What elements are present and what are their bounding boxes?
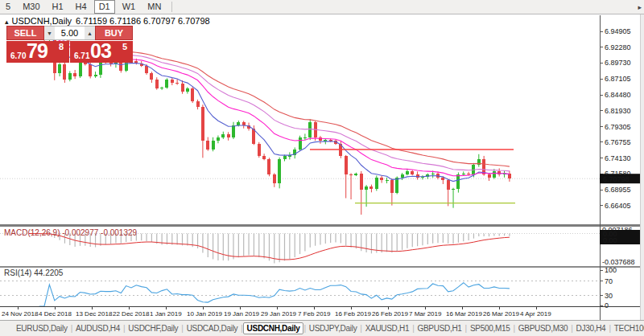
chart-symbol-label: USDCNH,Daily <box>12 16 72 26</box>
one-click-trade-panel: SELL ▼ 5.00 ▲ BUY 6.70 79 8 6.71 03 5 <box>6 26 133 63</box>
svg-text:6.94905: 6.94905 <box>605 27 631 35</box>
volume-input[interactable]: 5.00 <box>55 27 85 39</box>
volume-decrease-button[interactable]: ▼ <box>44 27 55 39</box>
svg-text:19 Jan 2019: 19 Jan 2019 <box>224 310 260 318</box>
svg-text:16 Mar 2019: 16 Mar 2019 <box>446 310 482 318</box>
volume-control: ▼ 5.00 ▲ <box>44 26 95 40</box>
sell-price-display[interactable]: 6.70 79 8 <box>6 41 69 63</box>
svg-text:13 Dec 2018: 13 Dec 2018 <box>76 310 113 318</box>
svg-text:6.92280: 6.92280 <box>605 43 631 51</box>
volume-increase-button[interactable]: ▲ <box>85 27 95 39</box>
symbol-tab-USDCHF-Daily[interactable]: USDCHF,Daily <box>125 323 181 334</box>
sell-price-sup: 8 <box>59 42 64 51</box>
symbol-tab-EURUSD-Daily[interactable]: EURUSD,Daily <box>13 323 71 334</box>
rsi-axis: 10070300 <box>600 266 617 309</box>
svg-text:7 Mar 2019: 7 Mar 2019 <box>409 310 442 318</box>
collapse-panel-icon[interactable]: ▴ <box>5 18 9 26</box>
svg-text:4 Dec 2018: 4 Dec 2018 <box>39 310 72 318</box>
svg-text:70: 70 <box>605 277 613 285</box>
buy-price-prefix: 6.71 <box>74 51 89 60</box>
chart-ohlc-values: 6.71159 6.71186 6.70797 6.70798 <box>76 16 210 26</box>
chart-title: ▴USDCNH,Daily6.71159 6.71186 6.70797 6.7… <box>5 16 210 26</box>
svg-text:6.76755: 6.76755 <box>605 138 631 146</box>
trading-terminal-window: 5M30H1H4D1W1MN 6.949056.922806.897306.87… <box>0 0 644 336</box>
svg-text:29 Jan 2019: 29 Jan 2019 <box>261 310 297 318</box>
macd-indicator-label: MACD(12,26,9) -0.002977 -0.001329 <box>4 228 137 237</box>
svg-text:6.74130: 6.74130 <box>605 154 631 162</box>
svg-text:16 Feb 2019: 16 Feb 2019 <box>335 310 371 318</box>
svg-text:6.68955: 6.68955 <box>605 186 631 194</box>
timeframe-button-5[interactable]: 5 <box>1 0 15 14</box>
timeframe-button-M30[interactable]: M30 <box>18 0 44 14</box>
svg-text:1 Jan 2019: 1 Jan 2019 <box>150 310 182 318</box>
date-axis: 24 Nov 20184 Dec 201813 Dec 201822 Dec 2… <box>0 306 640 318</box>
svg-text:6.81930: 6.81930 <box>605 107 631 115</box>
svg-text:6.87105: 6.87105 <box>605 75 631 83</box>
price-axis: 6.949056.922806.897306.871056.844806.819… <box>600 15 640 320</box>
window-edge-strip <box>640 14 644 320</box>
svg-text:0.00: 0.00 <box>603 236 617 244</box>
svg-text:24 Nov 2018: 24 Nov 2018 <box>2 310 39 318</box>
symbol-tab-GBPUSD-H1[interactable]: GBPUSD,H1 <box>415 323 465 334</box>
symbol-tab-AUDUSD-H4[interactable]: AUDUSD,H4 <box>72 323 123 334</box>
svg-text:6.84480: 6.84480 <box>605 91 631 99</box>
symbol-tab-USDJPY-Daily[interactable]: USDJPY,Daily <box>306 323 361 334</box>
svg-text:10 Jan 2019: 10 Jan 2019 <box>187 310 223 318</box>
rsi-pane <box>0 281 600 307</box>
rsi-line <box>39 283 510 306</box>
buy-price-big: 03 <box>90 39 111 63</box>
svg-text:0: 0 <box>605 301 609 309</box>
sell-price-big: 79 <box>27 39 47 63</box>
symbol-tab-XAUUSD-H1[interactable]: XAUUSD,H1 <box>362 323 413 334</box>
timeframe-toolbar: 5M30H1H4D1W1MN <box>0 0 644 14</box>
pane-splitter-rsi[interactable] <box>0 266 640 268</box>
timeframe-button-H1[interactable]: H1 <box>47 0 68 14</box>
svg-text:22 Dec 2018: 22 Dec 2018 <box>113 310 150 318</box>
macd-pane <box>0 234 600 264</box>
rsi-indicator-label: RSI(14) 44.2205 <box>4 268 63 277</box>
timeframe-button-W1[interactable]: W1 <box>118 0 141 14</box>
timeframe-button-MN[interactable]: MN <box>142 0 166 14</box>
svg-text:6.89730: 6.89730 <box>605 59 631 67</box>
svg-text:6.66405: 6.66405 <box>605 202 631 210</box>
svg-text:26 Feb 2019: 26 Feb 2019 <box>372 310 408 318</box>
svg-text:-0.037688: -0.037688 <box>602 258 635 266</box>
macd-axis: 0.0071860.000.00-0.037688 <box>600 226 640 266</box>
timeframe-button-D1[interactable]: D1 <box>94 0 115 14</box>
tab-scroll-right-icon[interactable]: ▸ <box>638 3 642 11</box>
svg-text:6.79305: 6.79305 <box>605 123 631 131</box>
symbol-tab-USDCNH-Daily[interactable]: USDCNH,Daily <box>243 322 304 334</box>
svg-text:100: 100 <box>605 266 617 274</box>
svg-text:7 Feb 2019: 7 Feb 2019 <box>298 310 331 318</box>
sell-button[interactable]: SELL <box>6 26 44 40</box>
sell-price-prefix: 6.70 <box>10 51 26 60</box>
symbol-tab-DJ30-H4[interactable]: DJ30,H4 <box>573 323 609 334</box>
symbol-tab-SP500-M15[interactable]: SP500,M15 <box>467 323 514 334</box>
pane-splitter-macd[interactable] <box>0 224 640 227</box>
svg-text:4 Apr 2019: 4 Apr 2019 <box>520 310 551 318</box>
symbol-tab-bar: EURUSD,Daily|AUDUSD,H4|USDCHF,Daily|USDC… <box>0 320 644 336</box>
svg-text:6.70798: 6.70798 <box>603 175 630 183</box>
buy-button[interactable]: BUY <box>95 26 133 40</box>
svg-text:26 Mar 2019: 26 Mar 2019 <box>483 310 519 318</box>
svg-text:30: 30 <box>605 292 613 300</box>
symbol-tab-TECH100-H1[interactable]: TECH100,H1 <box>611 323 644 334</box>
buy-price-sup: 5 <box>122 42 127 51</box>
symbol-tab-USDCAD-Daily[interactable]: USDCAD,Daily <box>184 323 242 334</box>
buy-price-display[interactable]: 6.71 03 5 <box>70 41 133 63</box>
timeframe-button-H4[interactable]: H4 <box>71 0 92 14</box>
toolbar-separator <box>171 2 172 12</box>
symbol-tab-GBPUSD-M30[interactable]: GBPUSD,M30 <box>515 323 571 334</box>
